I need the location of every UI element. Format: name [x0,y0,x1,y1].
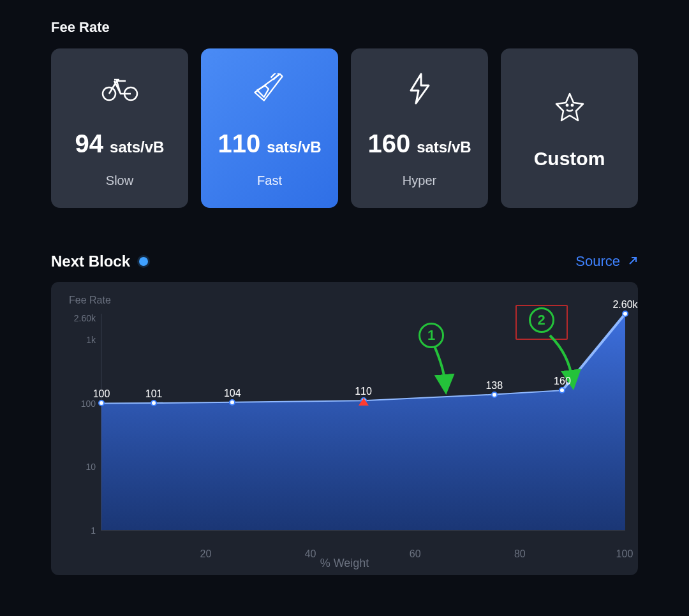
star-icon [554,89,586,125]
chart-point-label: 100 [93,388,110,400]
chart-point-label: 104 [224,387,241,399]
source-label: Source [575,253,620,270]
live-indicator-icon [139,257,148,266]
fee-card-hyper[interactable]: 160 sats/vB Hyper [351,48,488,208]
chart-point-label: 138 [485,379,503,391]
fee-unit: sats/vB [267,138,321,156]
fee-value: 94 [75,129,104,158]
chart-x-label: % Weight [51,557,638,570]
fee-rate-cards: 94 sats/vB Slow 110 sats/vB Fast 160 sat… [51,48,638,208]
y-axis-ticks: 2.60k 1k 100 10 1 [57,314,96,531]
fee-name: Hyper [403,173,436,188]
external-link-icon [626,256,638,267]
y-tick: 100 [57,399,96,409]
y-tick: 10 [57,462,96,472]
fee-name: Slow [106,173,133,188]
fee-card-custom[interactable]: Custom [501,48,638,208]
svg-point-3 [571,105,572,106]
annotation-circle-2: 2 [529,307,554,333]
fee-value: 160 [367,129,410,158]
plot-area: 1 2 1001011041101381602.60k [101,314,625,531]
fee-unit: sats/vB [110,138,164,156]
fee-card-fast[interactable]: 110 sats/vB Fast [201,48,338,208]
fee-rate-title: Fee Rate [51,19,638,36]
chart-point [98,400,105,406]
fee-card-slow[interactable]: 94 sats/vB Slow [51,48,188,208]
chart-point-label: 110 [355,386,372,397]
svg-point-2 [566,105,567,106]
chart-point [491,392,498,398]
selected-marker-icon [359,398,369,406]
annotation-arrow-icon [431,346,457,391]
fee-unit: sats/vB [417,138,471,156]
source-link[interactable]: Source [575,253,638,270]
chart-point [559,387,565,393]
fee-name: Fast [257,173,282,188]
chart-point-label: 160 [554,376,571,387]
chart-point-label: 101 [145,388,163,400]
chart-point [151,400,157,406]
fee-value: 110 [218,129,260,158]
chart-point [229,399,235,406]
annotation-circle-1: 1 [419,323,444,348]
y-tick: 1k [57,335,96,345]
bolt-icon [407,71,433,106]
chart-point-label: 2.60k [612,299,637,311]
airplane-icon [251,71,288,106]
chart-point [622,311,628,317]
next-block-header: Next Block Source [51,253,638,270]
next-block-chart: Fee Rate 2.60k 1k 100 10 1 1 2 100101104… [51,282,638,575]
y-tick: 1 [57,525,96,536]
bicycle-icon [101,71,138,106]
custom-label: Custom [534,148,605,170]
next-block-title: Next Block [51,253,130,270]
chart-y-title: Fee Rate [69,295,111,306]
y-tick: 2.60k [57,313,96,323]
